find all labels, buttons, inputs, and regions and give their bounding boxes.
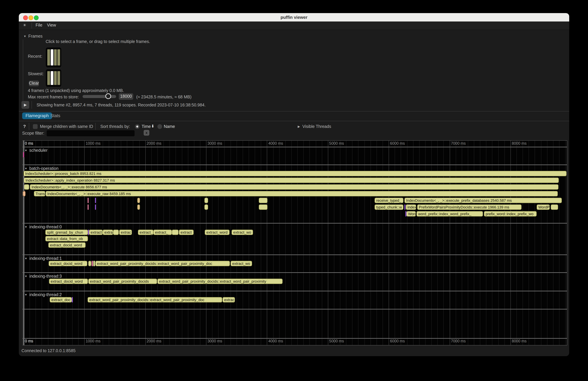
scope-bar[interactable]: [88, 230, 89, 235]
scope-bar[interactable]: extract_docid_word: [48, 242, 85, 248]
collapse-triangle-icon: ▼: [24, 225, 27, 229]
frame-bar[interactable]: [57, 71, 60, 85]
scope-bar[interactable]: [204, 198, 208, 203]
thread-header[interactable]: ▼indexing-thread:3: [24, 274, 62, 279]
scope-bar[interactable]: [88, 261, 91, 266]
play-button[interactable]: ▶: [21, 101, 29, 109]
scope-bar[interactable]: [137, 198, 140, 203]
scope-bar[interactable]: IndexDocuments<_, _>::execute_raw 8459.1…: [46, 191, 558, 196]
scope-bar[interactable]: extract_: [153, 230, 172, 235]
scope-bar[interactable]: prefix_word::index_prefix_wo: [484, 211, 537, 216]
help-button[interactable]: ?: [23, 124, 26, 129]
thread-header[interactable]: ▼indexing-thread:0: [24, 225, 62, 229]
sort-time-label[interactable]: Time: [142, 124, 151, 129]
scope-bar[interactable]: [23, 191, 25, 196]
frame-bar[interactable]: [47, 71, 50, 85]
merge-children-label[interactable]: Merge children with same ID: [40, 124, 93, 129]
visible-threads-header[interactable]: Visible Threads: [302, 124, 331, 129]
scope-bar[interactable]: typed_chunk::w: [375, 204, 403, 210]
scope-bar[interactable]: extract_doc: [50, 297, 72, 302]
scope-bar[interactable]: extract: [179, 230, 194, 235]
scope-bar[interactable]: IndexScheduler>::apply_index_operation 8…: [24, 178, 559, 183]
scope-bar[interactable]: extract_wo: [231, 230, 253, 235]
scope-bar[interactable]: [204, 204, 208, 210]
menu-view[interactable]: View: [47, 23, 56, 27]
frames-section-header[interactable]: ▼Frames: [23, 34, 43, 39]
scope-bar[interactable]: [95, 198, 96, 203]
scope-bar[interactable]: IndexDocuments<_, _>::execute_prefix_dat…: [404, 198, 562, 203]
scope-bar[interactable]: Word: [406, 211, 416, 216]
scope-bar[interactable]: extract::data_from_ob: [45, 236, 88, 241]
thread-name: indexing-thread:2: [29, 292, 62, 297]
theme-sun-icon[interactable]: ☀: [23, 23, 26, 27]
sort-name-radio[interactable]: [157, 124, 162, 129]
scope-bar[interactable]: receive_typed_: [375, 198, 403, 203]
scope-bar[interactable]: [113, 230, 119, 235]
scope-bar[interactable]: PrefixWordPairsProximityDocids::execute …: [417, 204, 522, 210]
recent-frames-thumbnail[interactable]: [45, 47, 62, 68]
scope-bar[interactable]: Trans: [34, 191, 45, 196]
scope-bar[interactable]: [72, 297, 73, 302]
scope-bar[interactable]: [259, 204, 268, 210]
scope-bar[interactable]: extract_word_pair_proximity_docids::extr…: [157, 279, 283, 284]
frame-bar-selected[interactable]: [51, 49, 53, 65]
scope-bar[interactable]: extrac: [223, 297, 235, 302]
frame-bar[interactable]: [47, 49, 50, 65]
sort-name-label[interactable]: Name: [164, 124, 175, 129]
scope-bar[interactable]: extract_docid_word: [49, 261, 87, 266]
sort-direction-arrow-icon[interactable]: ⬇: [151, 124, 154, 128]
scope-bar[interactable]: extra: [103, 230, 113, 235]
scope-bar[interactable]: [88, 198, 89, 203]
scope-bar[interactable]: extract_word_pair_proximity_docids::extr…: [95, 261, 230, 266]
scope-bar[interactable]: [137, 204, 140, 210]
max-frames-value[interactable]: 18000: [119, 93, 133, 100]
clear-button[interactable]: Clear: [29, 81, 39, 86]
merge-children-checkbox[interactable]: [33, 124, 38, 129]
scope-bar[interactable]: [23, 152, 24, 157]
scope-bar[interactable]: extract_word_pair_proximity_docids: [88, 279, 157, 284]
time-tick-label: 0 ms: [25, 339, 33, 343]
sort-time-radio[interactable]: [135, 124, 140, 129]
scope-bar[interactable]: IndexScheduler>::process_batch 8953.821 …: [23, 171, 567, 176]
scope-bar[interactable]: [404, 204, 405, 210]
scope-bar[interactable]: [92, 261, 93, 266]
flamegraph-panel[interactable]: 0 ms0 ms1000 ms1000 ms2000 ms2000 ms3000…: [22, 140, 567, 345]
scope-bar[interactable]: [95, 204, 96, 210]
scope-bar[interactable]: [259, 198, 268, 203]
thread-header[interactable]: ▼scheduler: [24, 148, 47, 153]
frame-bar-selected[interactable]: [51, 71, 53, 85]
thread-header[interactable]: ▼indexing-thread:2: [24, 292, 62, 297]
slowest-frames-thumbnail[interactable]: [45, 69, 62, 87]
tab-flamegraph[interactable]: Flamegraph: [22, 112, 52, 119]
scope-bar[interactable]: extract_docid_word: [49, 279, 88, 284]
frame-bar[interactable]: [54, 71, 57, 85]
scope-bar[interactable]: extract_word: [205, 230, 230, 235]
slider-knob[interactable]: [105, 93, 111, 99]
scope-bar[interactable]: WordPr: [537, 204, 550, 210]
scope-bar[interactable]: [88, 204, 89, 210]
scope-bar[interactable]: extract_: [138, 230, 153, 235]
scope-bar[interactable]: extract_wo: [231, 261, 252, 266]
scope-bar[interactable]: split_grenad_by_chun: [45, 230, 88, 235]
scope-bar[interactable]: index: [406, 204, 416, 210]
scope-bar[interactable]: extract_word_pair_proximity_docids::extr…: [88, 297, 222, 302]
tab-stats[interactable]: Stats: [50, 112, 60, 119]
scope-bar[interactable]: word_prefix::index_word_prefix_: [417, 211, 483, 216]
clear-filter-button[interactable]: x: [144, 130, 149, 136]
scope-bar[interactable]: [172, 230, 179, 235]
max-frames-slider[interactable]: [83, 95, 116, 98]
scope-bar[interactable]: extrac: [119, 230, 132, 235]
scope-bar[interactable]: extract: [89, 230, 103, 235]
scope-bar[interactable]: [93, 261, 95, 266]
frame-bar[interactable]: [54, 49, 57, 65]
scope-bar[interactable]: [551, 204, 558, 210]
scope-bar[interactable]: [24, 184, 29, 190]
scope-bar[interactable]: [405, 211, 406, 216]
scope-filter-input[interactable]: [47, 130, 135, 136]
thread-header[interactable]: ▼indexing-thread:1: [24, 256, 62, 261]
title-bar[interactable]: puffin viewer: [19, 13, 569, 22]
thread-header[interactable]: ▼batch-operation: [24, 166, 59, 171]
frame-bar[interactable]: [57, 49, 60, 65]
scope-bar[interactable]: IndexDocuments<_, _>::execute 8656.677 m…: [30, 184, 558, 190]
menu-file[interactable]: File: [36, 23, 42, 27]
